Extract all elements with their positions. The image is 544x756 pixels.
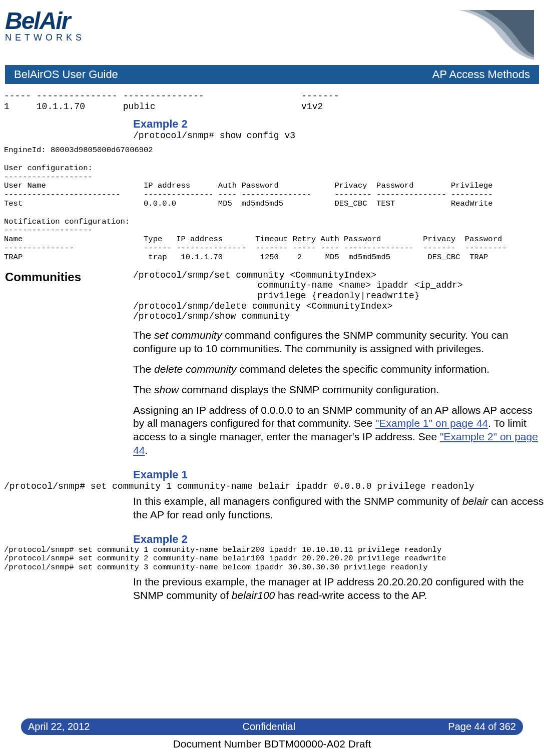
logo-top: BelAir [5,10,85,32]
guide-title: BelAirOS User Guide [14,68,118,81]
title-bar: BelAirOS User Guide AP Access Methods [5,65,539,84]
example-2b-commands: /protocol/snmp# set community 1 communit… [4,546,544,572]
communities-p1: The set community command configures the… [133,329,544,356]
example-1-link[interactable]: "Example 1" on page 44 [375,417,488,429]
example-2b-text: In the previous example, the manager at … [133,575,544,602]
page-header: BelAir NETWORKS [0,0,544,60]
communities-p2: The delete community command deletes the… [133,363,544,376]
corner-graphic-icon [459,10,534,60]
example-2a-command: /protocol/snmp# show config v3 [133,131,544,141]
example-1-text: In this example, all managers configured… [133,495,544,522]
communities-syntax: /protocol/snmp/set community <CommunityI… [133,270,544,322]
snmp-v3-output: EngineId: 80003d9805000d67006902 User co… [4,146,544,262]
footer-page: Page 44 of 362 [448,721,516,732]
chapter-title: AP Access Methods [432,68,530,81]
example-1-heading: Example 1 [133,468,544,481]
communities-side-heading: Communities [5,270,81,284]
document-number: Document Number BDTM00000-A02 Draft [0,738,544,750]
communities-p3: The show command displays the SNMP commu… [133,383,544,397]
logo-bottom: NETWORKS [5,33,85,43]
snmp-community-output: ----- --------------- --------------- --… [4,91,544,112]
logo: BelAir NETWORKS [5,10,85,43]
footer-confidential: Confidential [243,721,296,732]
footer-date: April 22, 2012 [28,721,90,732]
example-2b-heading: Example 2 [133,533,544,546]
footer-bar: April 22, 2012 Confidential Page 44 of 3… [21,718,523,735]
example-1-command: /protocol/snmp# set community 1 communit… [4,481,544,492]
communities-p4: Assigning an IP address of 0.0.0.0 to an… [133,404,544,458]
page-content: ----- --------------- --------------- --… [0,84,544,602]
example-2a-heading: Example 2 [133,118,544,131]
